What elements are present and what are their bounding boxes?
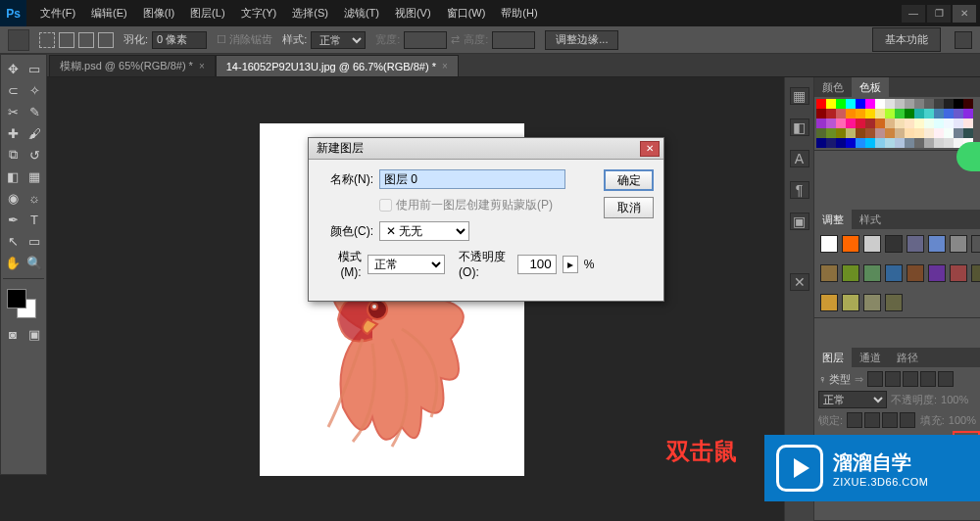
swatch-cell[interactable]	[934, 99, 944, 109]
adjust-preset[interactable]	[906, 264, 924, 282]
lock-trans-icon[interactable]	[847, 412, 862, 428]
adjust-preset[interactable]	[885, 235, 903, 253]
document-tab-2[interactable]: 14-16052P92U13U.jpg @ 66.7%(RGB/8#) * ×	[216, 55, 459, 76]
swatch-cell[interactable]	[924, 99, 934, 109]
adjust-preset[interactable]	[820, 294, 838, 311]
filter-smart-icon[interactable]	[938, 371, 954, 387]
swatch-cell[interactable]	[865, 99, 875, 109]
swatch-cell[interactable]	[944, 118, 954, 128]
adjust-preset[interactable]	[971, 264, 980, 282]
swatch-cell[interactable]	[846, 118, 856, 128]
filter-type-icon[interactable]	[903, 371, 918, 387]
swatch-cell[interactable]	[905, 109, 914, 118]
feather-input[interactable]	[152, 31, 207, 49]
menu-image[interactable]: 图像(I)	[137, 2, 180, 24]
gradient-tool-icon[interactable]: ▦	[24, 166, 44, 186]
swatch-cell[interactable]	[816, 128, 826, 138]
swatch-cell[interactable]	[875, 118, 885, 128]
swatch-cell[interactable]	[836, 128, 846, 138]
hand-tool-icon[interactable]: ✋	[3, 253, 23, 272]
tool-preset-icon[interactable]	[8, 29, 29, 51]
swatch-cell[interactable]	[944, 128, 954, 138]
style-select[interactable]: 正常	[311, 31, 366, 49]
swatch-cell[interactable]	[924, 138, 934, 148]
swatch-cell[interactable]	[954, 109, 963, 118]
document-tab-1[interactable]: 模糊.psd @ 65%(RGB/8#) * ×	[49, 55, 216, 76]
adjust-preset[interactable]	[863, 264, 881, 282]
swatch-cell[interactable]	[905, 138, 914, 148]
adjust-row-3[interactable]	[814, 288, 980, 317]
adjust-preset[interactable]	[863, 294, 881, 311]
color-swatch[interactable]	[7, 289, 36, 318]
dodge-tool-icon[interactable]: ☼	[24, 188, 44, 208]
swatch-cell[interactable]	[954, 99, 963, 109]
swatch-cell[interactable]	[934, 128, 944, 138]
cancel-button[interactable]: 取消	[604, 197, 654, 218]
minimize-button[interactable]: —	[902, 5, 925, 23]
adjust-preset[interactable]	[842, 264, 859, 282]
swatch-cell[interactable]	[836, 118, 846, 128]
swatch-cell[interactable]	[905, 128, 914, 138]
actions-panel-icon[interactable]: ◧	[790, 118, 809, 136]
path-tool-icon[interactable]: ↖	[3, 231, 23, 251]
blend-mode-select[interactable]: 正常	[818, 391, 887, 408]
swatch-cell[interactable]	[963, 118, 973, 128]
move-tool-icon[interactable]: ✥	[3, 59, 23, 78]
heal-tool-icon[interactable]: ✚	[3, 123, 23, 143]
shape-tool-icon[interactable]: ▭	[24, 231, 44, 251]
adjust-preset[interactable]	[928, 235, 946, 253]
swatch-cell[interactable]	[934, 138, 944, 148]
screenmode-icon[interactable]: ▣	[24, 324, 44, 344]
swatch-cell[interactable]	[914, 138, 924, 148]
swatch-cell[interactable]	[924, 128, 934, 138]
styles-tab[interactable]: 样式	[852, 210, 889, 230]
menu-file[interactable]: 文件(F)	[34, 2, 81, 24]
marquee-subtract-icon[interactable]	[78, 32, 94, 48]
menu-layer[interactable]: 图层(L)	[184, 2, 230, 24]
marquee-intersect-icon[interactable]	[98, 32, 114, 48]
menu-help[interactable]: 帮助(H)	[495, 2, 543, 24]
search-icon[interactable]	[955, 31, 972, 49]
crop-tool-icon[interactable]: ✂	[3, 102, 23, 121]
adjust-preset[interactable]	[842, 294, 859, 311]
swatch-cell[interactable]	[826, 99, 836, 109]
swatch-cell[interactable]	[885, 128, 895, 138]
swatch-cell[interactable]	[875, 128, 885, 138]
eyedropper-tool-icon[interactable]: ✎	[24, 102, 44, 121]
swatch-cell[interactable]	[895, 128, 905, 138]
swatch-cell[interactable]	[875, 99, 885, 109]
paragraph-panel-icon[interactable]: ¶	[790, 181, 809, 199]
swatch-cell[interactable]	[944, 138, 954, 148]
swatch-grid[interactable]	[814, 97, 980, 150]
filter-adjust-icon[interactable]	[885, 371, 901, 387]
swatch-cell[interactable]	[885, 109, 895, 118]
swatch-cell[interactable]	[816, 99, 826, 109]
brush-panel-icon[interactable]: ✕	[790, 273, 809, 291]
swatch-cell[interactable]	[914, 128, 924, 138]
zoom-tool-icon[interactable]: 🔍	[24, 253, 44, 272]
color-select[interactable]: ✕ 无无	[379, 221, 469, 241]
swatch-cell[interactable]	[856, 138, 865, 148]
blur-tool-icon[interactable]: ◉	[3, 188, 23, 208]
swatch-cell[interactable]	[914, 118, 924, 128]
refine-edge-button[interactable]: 调整边缘...	[545, 30, 618, 50]
layers-tab[interactable]: 图层	[814, 348, 852, 368]
adjust-preset[interactable]	[820, 264, 838, 282]
menu-type[interactable]: 文字(Y)	[235, 2, 283, 24]
swatch-cell[interactable]	[856, 109, 865, 118]
swap-icon[interactable]: ⇄	[451, 33, 460, 46]
eraser-tool-icon[interactable]: ◧	[3, 166, 23, 186]
ok-button[interactable]: 确定	[604, 169, 654, 191]
marquee-tool-icon[interactable]: ▭	[24, 59, 44, 78]
swatch-cell[interactable]	[836, 99, 846, 109]
dialog-close-icon[interactable]: ✕	[640, 141, 660, 157]
swatch-cell[interactable]	[963, 99, 973, 109]
stamp-tool-icon[interactable]: ⧉	[3, 145, 23, 165]
swatch-cell[interactable]	[944, 99, 954, 109]
swatch-cell[interactable]	[905, 118, 914, 128]
lock-pos-icon[interactable]	[882, 412, 898, 428]
swatches-tab[interactable]: 色板	[852, 77, 889, 98]
marquee-add-icon[interactable]	[59, 32, 74, 48]
menu-filter[interactable]: 滤镜(T)	[338, 2, 385, 24]
marquee-new-icon[interactable]	[39, 32, 55, 48]
